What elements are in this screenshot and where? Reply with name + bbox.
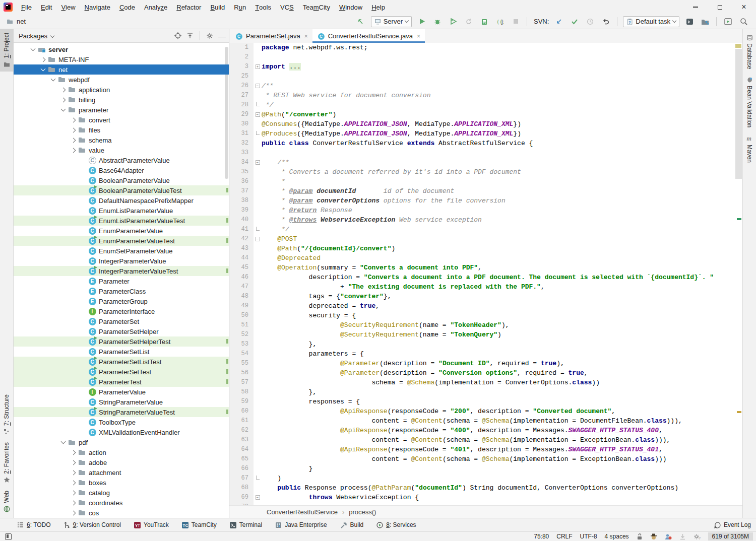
fold-marker-icon[interactable] — [254, 474, 262, 483]
tree-row[interactable]: CParameterTest — [14, 377, 229, 387]
collapsed-arrow-icon[interactable] — [68, 471, 78, 475]
collapsed-arrow-icon[interactable] — [68, 501, 78, 505]
tree-row[interactable]: CEnumListParameterValueTest — [14, 216, 229, 226]
collapse-all-icon[interactable] — [186, 32, 194, 39]
project-structure-icon[interactable] — [700, 16, 711, 27]
sidebar-item-maven[interactable]: mMaven — [743, 131, 756, 166]
editor-scrollbar[interactable] — [735, 49, 742, 179]
tree-row[interactable]: CBase64Adapter — [14, 165, 229, 175]
menu-analyze[interactable]: Analyze — [140, 0, 172, 14]
tree-row[interactable]: CParameterSetListTest — [14, 357, 229, 367]
tool-window-switcher-icon[interactable] — [5, 533, 12, 540]
update-project-button[interactable] — [553, 16, 564, 27]
tree-row[interactable]: CToolboxType — [14, 417, 229, 427]
tree-row[interactable]: CXMLValidationEventHandler — [14, 427, 229, 437]
collapsed-arrow-icon[interactable] — [68, 118, 78, 122]
expanded-arrow-icon[interactable] — [28, 48, 38, 50]
fold-marker-icon[interactable]: − — [254, 234, 262, 244]
fold-marker-icon[interactable] — [254, 100, 262, 110]
close-button[interactable]: × — [732, 0, 756, 14]
expanded-arrow-icon[interactable] — [58, 109, 68, 111]
debug-button[interactable] — [432, 16, 443, 27]
tree-row[interactable]: billing — [14, 95, 229, 105]
tree-row[interactable]: CEnumSetParameterValue — [14, 246, 229, 256]
project-view-select[interactable]: Packages — [19, 32, 47, 40]
sidebar-item----project[interactable]: 1: Project — [0, 29, 14, 72]
tree-row[interactable]: CParameterSetHelper — [14, 326, 229, 336]
encoding-indicator[interactable]: UTF-8 — [580, 533, 597, 540]
settings-gear-icon[interactable] — [206, 32, 213, 39]
tree-row[interactable]: EParameter — [14, 276, 229, 286]
run-configuration-select[interactable]: Server — [371, 16, 412, 27]
tree-row[interactable]: files — [14, 125, 229, 135]
menu-vcs[interactable]: VCS — [276, 0, 298, 14]
attach-to-process-button[interactable]: ((;] — [494, 16, 506, 27]
run-button[interactable] — [416, 16, 427, 27]
inspection-indicator[interactable] — [735, 44, 741, 48]
collapsed-arrow-icon[interactable] — [68, 461, 78, 464]
expanded-arrow-icon[interactable] — [48, 79, 58, 81]
search-everywhere-icon[interactable] — [738, 16, 749, 27]
sidebar-item----structure[interactable]: 7: Structure — [0, 391, 14, 439]
collapsed-arrow-icon[interactable] — [58, 88, 68, 92]
tab-close-icon[interactable]: × — [417, 33, 420, 40]
menu-file[interactable]: File — [17, 0, 36, 14]
settings-sync-icon[interactable]: ? — [694, 533, 701, 540]
user-notifications-icon[interactable] — [665, 533, 672, 540]
tree-row[interactable]: IParameterInterface — [14, 306, 229, 316]
collapsed-arrow-icon[interactable] — [58, 98, 68, 102]
tree-row[interactable]: server — [14, 44, 229, 54]
tree-row[interactable]: webpdf — [14, 75, 229, 85]
menu-teamcity[interactable]: TeamCity — [298, 0, 335, 14]
breadcrumb[interactable]: net — [3, 18, 26, 26]
locate-file-icon[interactable] — [174, 32, 181, 39]
tree-row[interactable]: CIntegerParameterValueTest — [14, 266, 229, 276]
tree-row[interactable]: CParameterSet — [14, 316, 229, 326]
menu-view[interactable]: View — [56, 0, 80, 14]
indent-indicator[interactable]: 4 spaces — [605, 533, 629, 540]
collapsed-arrow-icon[interactable] — [68, 149, 78, 152]
tree-row[interactable]: net — [14, 64, 229, 75]
menu-help[interactable]: Help — [367, 0, 390, 14]
tab-parameterset-java[interactable]: CParameterSet.java× — [230, 29, 312, 43]
tree-row[interactable]: CBooleanParameterValueTest — [14, 185, 229, 195]
fold-marker-icon[interactable]: + — [254, 62, 262, 72]
fold-marker-icon[interactable] — [254, 129, 262, 139]
memory-indicator[interactable]: 619 of 3105M — [708, 532, 753, 540]
hide-panel-icon[interactable]: — — [218, 32, 226, 40]
fold-marker-icon[interactable]: − — [254, 493, 262, 502]
tree-row[interactable]: IParameterValue — [14, 387, 229, 397]
expanded-arrow-icon[interactable] — [38, 69, 48, 71]
tree-row[interactable]: value — [14, 145, 229, 155]
navigate-back-icon[interactable] — [355, 16, 366, 27]
minimize-button[interactable] — [683, 0, 708, 14]
menu-navigate[interactable]: Navigate — [80, 0, 115, 14]
run-with-profiler-button[interactable]: TS — [479, 16, 490, 27]
tree-row[interactable]: EParameterClass — [14, 286, 229, 296]
collapsed-arrow-icon[interactable] — [68, 128, 78, 132]
run-with-coverage-button[interactable] — [448, 16, 459, 27]
sidebar-item-database[interactable]: Database — [743, 30, 756, 73]
tree-row[interactable]: CEnumParameterValue — [14, 226, 229, 236]
fold-marker-icon[interactable]: − — [254, 158, 262, 167]
tree-row[interactable]: EParameterGroup — [14, 296, 229, 306]
caret-position[interactable]: 75:80 — [534, 533, 549, 540]
console-icon[interactable] — [684, 16, 695, 27]
toolwindow-button-build[interactable]: Build — [340, 521, 364, 528]
tree-row[interactable]: CDefaultNamespacePrefixMapper — [14, 195, 229, 206]
tree-row[interactable]: cos — [14, 508, 229, 518]
toolwindow-button-java-enterprise[interactable]: Java Enterprise — [275, 521, 327, 528]
tree-row[interactable]: coordinates — [14, 498, 229, 508]
menu-window[interactable]: Window — [335, 0, 367, 14]
tree-row[interactable]: CEnumListParameterValue — [14, 206, 229, 216]
tree-row[interactable]: application — [14, 85, 229, 95]
tree-row[interactable]: convert — [14, 115, 229, 125]
hector-inspections-icon[interactable] — [650, 533, 657, 540]
fold-marker-icon[interactable] — [254, 225, 262, 234]
tree-row[interactable]: CParameterSetHelperTest — [14, 336, 229, 347]
collapsed-arrow-icon[interactable] — [68, 511, 78, 515]
collapsed-arrow-icon[interactable] — [68, 491, 78, 495]
collapsed-arrow-icon[interactable] — [68, 451, 78, 454]
sidebar-item-web[interactable]: Web — [0, 487, 14, 516]
collapsed-arrow-icon[interactable] — [38, 58, 48, 61]
